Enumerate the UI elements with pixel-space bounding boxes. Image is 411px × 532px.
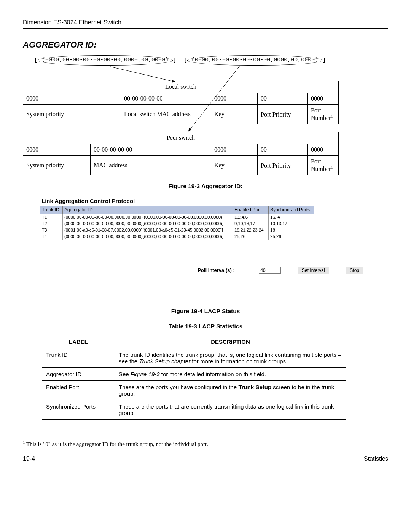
lacp-controls: Poll Interval(s) : Set Interval Stop [38, 240, 369, 280]
aggregator-id-examples: [ (0000,00-00-00-00-00-00,0000,00,0000) … [34, 55, 388, 66]
table-row: T3 (0001,00-a0-c5-91-08-07,0002,00,0000)… [40, 227, 314, 233]
page-number: 19-4 [23, 455, 35, 462]
header-title: Dimension ES-3024 Ethernet Switch [23, 19, 121, 26]
section-title: AGGREGATOR ID: [23, 40, 388, 50]
figure-19-4-caption: Figure 19-4 LACP Status [23, 308, 388, 315]
lacp-statistics-table: LABEL DESCRIPTION Trunk ID The trunk ID … [42, 335, 346, 420]
svg-line-1 [110, 67, 175, 82]
poll-interval-input[interactable] [259, 267, 281, 274]
agg-id-left-ellipse: (0000,00-00-00-00-00-00,0000,00,0000) [38, 55, 173, 66]
table-row: T2 (0000,00-00-00-00-00-00,0000,00,0000)… [40, 220, 314, 227]
table-row: T4 (0000,00-00-00-00-00-00,0000,00,0000)… [40, 233, 314, 240]
table-row: Synchronized Ports These are the ports t… [42, 400, 346, 420]
figure-19-3-caption: Figure 19-3 Aggregator ID: [23, 183, 388, 190]
local-switch-table: Local switch 0000 00-00-00-00-00 0000 00… [23, 81, 339, 124]
table-row: Aggregator ID See Figure 19-3 for more d… [42, 368, 346, 381]
poll-interval-label: Poll Interval(s) : [198, 267, 235, 273]
local-switch-title: Local switch [23, 81, 339, 93]
footer-section: Statistics [364, 455, 388, 462]
agg-id-left: [ (0000,00-00-00-00-00-00,0000,00,0000) … [34, 55, 176, 66]
lacp-status-panel: Link Aggregation Control Protocol Trunk … [38, 195, 369, 302]
page-footer: 19-4 Statistics [23, 453, 388, 462]
set-interval-button[interactable]: Set Interval [298, 267, 329, 274]
page-header: Dimension ES-3024 Ethernet Switch [23, 19, 388, 29]
table-row: T1 (0000,00-00-00-00-00-00,0000,00,0000)… [40, 214, 314, 220]
lacp-table: Trunk ID Aggregator ID Enabled Port Sync… [40, 206, 314, 240]
agg-id-right: [ (0000,00-00-00-00-00-00,0000,00,0000) … [184, 55, 326, 66]
peer-switch-title: Peer switch [23, 132, 339, 144]
table-row: Enabled Port These are the ports you hav… [42, 381, 346, 400]
lacp-title: Link Aggregation Control Protocol [38, 195, 369, 206]
stop-button[interactable]: Stop [346, 267, 363, 274]
footnotes: 1 This is "0" as it is the aggregator ID… [23, 433, 388, 447]
peer-switch-table: Peer switch 0000 00-00-00-00-00 0000 00 … [23, 132, 339, 175]
table-row: Trunk ID The trunk ID identifies the tru… [42, 348, 346, 368]
table-19-3-caption: Table 19-3 LACP Statistics [23, 323, 388, 330]
agg-id-right-ellipse: (0000,00-00-00-00-00-00,0000,00,0000) [187, 55, 322, 66]
